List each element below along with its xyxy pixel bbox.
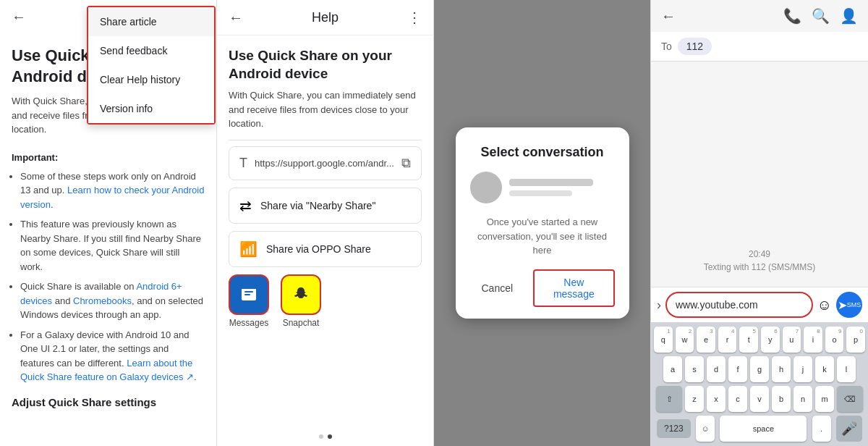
kb-bottom-row: ?123 ☺ space . 🎤 [654, 416, 865, 442]
share-nearby-row[interactable]: ⇄ Share via "Nearby Share" [229, 188, 422, 224]
back-icon-panel2[interactable]: ← [229, 9, 243, 26]
snapchat-app-icon [281, 274, 321, 315]
panel1-section-title: Adjust Quick Share settings [12, 396, 205, 408]
share-oppo-row[interactable]: 📶 Share via OPPO Share [229, 231, 422, 267]
contact-preview [470, 172, 615, 203]
message-input[interactable] [665, 292, 813, 318]
kb-row-2: a s d f g h j k l [654, 356, 865, 382]
dropdown-item-version-info[interactable]: Version info [88, 94, 214, 123]
key-j[interactable]: j [793, 356, 812, 382]
panel2-header: ← Help ⋮ [217, 0, 433, 35]
snapchat-app-label: Snapchat [283, 318, 320, 328]
more-icon-panel2[interactable]: ⋮ [407, 9, 422, 26]
share-app-snapchat[interactable]: Snapchat [281, 274, 321, 328]
key-h[interactable]: h [772, 356, 791, 382]
share-app-messages[interactable]: Messages [229, 274, 269, 328]
panel2-share-sheet: ← Help ⋮ Use Quick Share on your Android… [217, 0, 434, 446]
contact-avatar [470, 172, 502, 203]
send-arrow-icon: ➤ [838, 298, 847, 312]
key-d[interactable]: d [707, 356, 726, 382]
panel4-sms-compose: ← 📞 🔍 👤 To 112 20:49 Texting with 112 (S… [651, 0, 868, 446]
key-w[interactable]: 2w [676, 327, 694, 353]
key-s[interactable]: s [685, 356, 704, 382]
key-period[interactable]: . [812, 416, 831, 442]
key-a[interactable]: a [663, 356, 682, 382]
key-x[interactable]: x [707, 386, 726, 412]
share-oppo-label: Share via OPPO Share [266, 243, 371, 255]
key-y[interactable]: 6y [761, 327, 780, 353]
person-icon-header[interactable]: 👤 [840, 7, 858, 25]
key-p[interactable]: 0p [846, 327, 865, 353]
time-stamp: 20:49 [661, 249, 858, 259]
to-label: To [661, 41, 672, 52]
panel2-article-body: With Quick Share, you can immediately se… [229, 88, 422, 131]
phone-icon[interactable]: 📞 [783, 7, 801, 25]
key-o[interactable]: 9o [825, 327, 844, 353]
key-z[interactable]: z [685, 386, 704, 412]
select-conv-actions: Cancel New message [470, 269, 615, 307]
send-button[interactable]: ➤ SMS [836, 292, 862, 318]
emoji-icon[interactable]: ☺ [817, 297, 832, 314]
key-n[interactable]: n [793, 386, 812, 412]
galaxy-learn-link[interactable]: Learn about the Quick Share feature on G… [20, 358, 194, 383]
key-emoji-kb[interactable]: ☺ [696, 416, 715, 442]
dropdown-item-send-feedback[interactable]: Send feedback [88, 36, 214, 65]
select-conversation-card: Select conversation Once you've started … [456, 127, 629, 319]
dropdown-item-clear-history[interactable]: Clear Help history [88, 65, 214, 94]
back-icon-panel1[interactable]: ← [12, 9, 26, 25]
recipient-chip[interactable]: 112 [678, 38, 712, 55]
learn-android-version-link[interactable]: Learn how to check your Android version [20, 185, 204, 210]
key-f[interactable]: f [728, 356, 747, 382]
key-123[interactable]: ?123 [657, 419, 691, 438]
contact-line1 [509, 179, 594, 186]
kb-row-1: 1q 2w 3e 4r 5t 6y 7u 8i 9o 0p [654, 327, 865, 353]
key-t[interactable]: 5t [739, 327, 758, 353]
chromebooks-link[interactable]: Chromebooks [73, 295, 132, 306]
key-v[interactable]: v [750, 386, 769, 412]
select-conv-title: Select conversation [470, 145, 615, 160]
new-message-button[interactable]: New message [533, 269, 614, 307]
key-mic[interactable]: 🎤 [836, 416, 862, 442]
share-apps-row: Messages Snapchat [229, 274, 422, 328]
panel2-dots [217, 427, 433, 446]
key-e[interactable]: 3e [697, 327, 715, 353]
chat-area: 20:49 Texting with 112 (SMS/MMS) [651, 62, 868, 287]
nearby-share-icon: ⇄ [239, 197, 252, 214]
key-i[interactable]: 8i [804, 327, 822, 353]
key-shift[interactable]: ⇧ [656, 386, 682, 412]
key-c[interactable]: c [728, 386, 747, 412]
svg-rect-1 [244, 291, 253, 293]
to-row: To 112 [651, 32, 868, 62]
panel1-article-body: With Quick Share, you can immediately se… [12, 94, 205, 384]
expand-icon[interactable]: › [657, 298, 661, 313]
dot-2-active [328, 434, 332, 439]
text-icon: T [239, 156, 247, 171]
key-m[interactable]: m [815, 386, 834, 412]
key-g[interactable]: g [750, 356, 769, 382]
panel3-select-conversation: Select conversation Once you've started … [434, 0, 651, 446]
keyboard: 1q 2w 3e 4r 5t 6y 7u 8i 9o 0p a s d f g … [651, 322, 868, 446]
panel2-title: Help [243, 10, 407, 25]
key-space[interactable]: space [720, 416, 807, 442]
key-k[interactable]: k [815, 356, 834, 382]
copy-icon[interactable]: ⧉ [401, 156, 411, 171]
kb-row-3: ⇧ z x c v b n m ⌫ [654, 386, 865, 412]
panel4-header-icons: 📞 🔍 👤 [783, 7, 858, 25]
dropdown-item-share-article[interactable]: Share article [88, 7, 214, 36]
share-url-row[interactable]: T https://support.google.com/andr... ⧉ [229, 146, 422, 180]
contact-line2 [509, 190, 573, 196]
share-nearby-label: Share via "Nearby Share" [260, 200, 375, 211]
panel2-content: Use Quick Share on your Android device W… [217, 35, 433, 427]
cancel-button[interactable]: Cancel [470, 269, 525, 307]
back-icon-panel4[interactable]: ← [661, 8, 676, 25]
key-b[interactable]: b [772, 386, 791, 412]
contact-lines [509, 179, 615, 196]
key-r[interactable]: 4r [718, 327, 737, 353]
key-l[interactable]: l [837, 356, 856, 382]
dropdown-menu: Share article Send feedback Clear Help h… [87, 6, 216, 125]
key-q[interactable]: 1q [654, 327, 673, 353]
search-icon[interactable]: 🔍 [812, 7, 830, 25]
key-u[interactable]: 7u [783, 327, 801, 353]
key-delete[interactable]: ⌫ [837, 386, 863, 412]
sms-tag: SMS [847, 302, 861, 308]
